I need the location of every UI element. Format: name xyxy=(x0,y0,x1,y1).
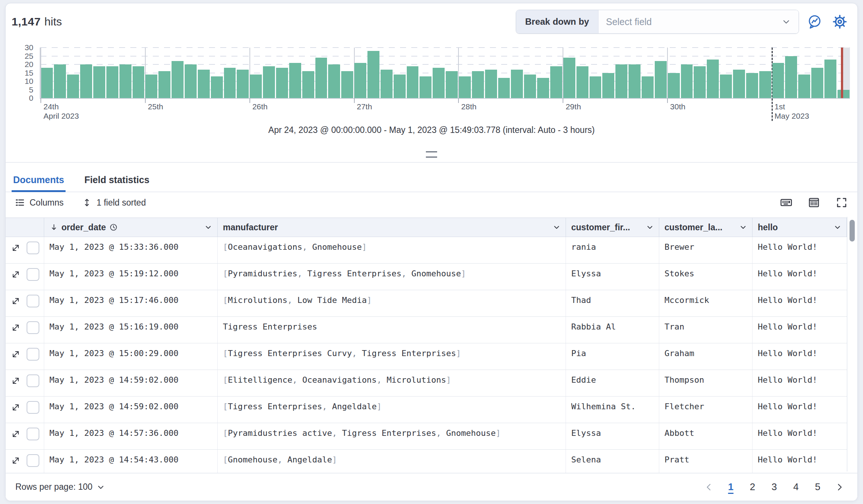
histogram-bar xyxy=(498,78,510,98)
histogram-bar xyxy=(172,61,184,98)
histogram-bar xyxy=(381,70,393,98)
cell-customer-first: Pia xyxy=(566,343,659,370)
page-button-4[interactable]: 4 xyxy=(788,479,804,495)
histogram-bar xyxy=(289,63,301,98)
column-header-customer_last[interactable]: customer_la... xyxy=(659,218,753,237)
expand-icon xyxy=(11,429,21,439)
row-checkbox[interactable] xyxy=(27,268,39,281)
columns-label: Columns xyxy=(30,198,64,208)
breakdown-label: Break down by xyxy=(516,10,599,33)
cell-manufacturer: [Oceanavigations, Gnomehouse] xyxy=(218,237,566,263)
view-tabs: Documents Field statistics xyxy=(6,163,857,192)
column-header-customer_first[interactable]: customer_fir... xyxy=(566,218,659,237)
chevron-right-icon xyxy=(835,482,844,492)
histogram-bar xyxy=(354,63,366,98)
next-page-button[interactable] xyxy=(831,479,848,495)
hits-count: 1,147hits xyxy=(12,15,62,28)
column-label: manufacturer xyxy=(223,222,278,233)
cell-hello: Hello World! xyxy=(753,317,847,343)
histogram-bar xyxy=(41,68,53,98)
expand-document-button[interactable] xyxy=(11,376,21,387)
row-checkbox[interactable] xyxy=(27,374,39,387)
display-options-button[interactable] xyxy=(806,195,822,210)
row-controls-cell xyxy=(6,264,44,290)
histogram-bar xyxy=(302,71,314,98)
x-axis-tick xyxy=(249,98,250,103)
expand-document-button[interactable] xyxy=(11,243,21,254)
page-number-list: 12345 xyxy=(723,479,826,495)
cell-customer-last: Brewer xyxy=(659,237,753,263)
x-axis-tick xyxy=(667,98,668,103)
expand-icon xyxy=(11,349,21,359)
table-row: May 1, 2023 @ 15:33:36.000[Oceanavigatio… xyxy=(6,237,857,264)
table-header-row: order_datemanufacturercustomer_fir...cus… xyxy=(6,218,857,237)
y-axis-label: 10 xyxy=(12,76,33,86)
histogram-plot[interactable]: 24thApril 202325th26th27th28th29th30th1s… xyxy=(40,48,850,99)
x-axis-tick xyxy=(145,98,146,103)
expand-document-button[interactable] xyxy=(11,456,21,467)
histogram-section: 1,147hits Break down by Select field xyxy=(6,3,857,163)
column-header-manufacturer[interactable]: manufacturer xyxy=(218,218,566,237)
cell-manufacturer: Tigress Enterprises xyxy=(218,317,566,343)
histogram-bar xyxy=(524,75,536,98)
row-checkbox[interactable] xyxy=(27,321,39,334)
column-header-hello[interactable]: hello xyxy=(753,218,847,237)
row-checkbox[interactable] xyxy=(27,348,39,361)
row-checkbox[interactable] xyxy=(27,295,39,307)
expand-document-button[interactable] xyxy=(11,296,21,307)
scrollbar-thumb[interactable] xyxy=(850,220,855,242)
histogram-bar xyxy=(250,75,262,98)
previous-page-button[interactable] xyxy=(701,479,717,495)
gear-icon xyxy=(832,14,848,30)
y-axis-label: 25 xyxy=(12,51,33,61)
expand-document-button[interactable] xyxy=(11,323,21,334)
expand-document-button[interactable] xyxy=(11,429,21,440)
page-button-2[interactable]: 2 xyxy=(744,479,761,495)
cell-customer-last: Fletcher xyxy=(659,397,753,423)
histogram-bars xyxy=(40,48,850,98)
expand-document-button[interactable] xyxy=(11,270,21,280)
histogram-bar xyxy=(394,75,406,98)
histogram-bar xyxy=(407,66,419,98)
cell-customer-last: Pratt xyxy=(659,450,753,476)
cell-order-date: May 1, 2023 @ 15:16:19.000 xyxy=(44,317,218,343)
tab-field-statistics[interactable]: Field statistics xyxy=(83,168,151,192)
fullscreen-button[interactable] xyxy=(833,195,850,210)
histogram-bar xyxy=(629,64,641,98)
row-checkbox[interactable] xyxy=(27,428,39,440)
breakdown-select[interactable]: Select field xyxy=(599,10,799,33)
chart-options-button[interactable] xyxy=(830,12,850,32)
hits-label: hits xyxy=(45,15,62,28)
keyboard-shortcuts-button[interactable] xyxy=(778,195,794,210)
row-checkbox[interactable] xyxy=(27,401,39,414)
cell-manufacturer: [Pyramidustries, Tigress Enterprises, Gn… xyxy=(218,264,566,290)
page-button-5[interactable]: 5 xyxy=(809,479,826,495)
x-axis-tick xyxy=(563,98,563,103)
histogram-bar xyxy=(602,73,614,98)
page-button-1[interactable]: 1 xyxy=(723,479,739,495)
expand-document-button[interactable] xyxy=(11,403,21,413)
expand-document-button[interactable] xyxy=(11,349,21,360)
y-axis-label: 15 xyxy=(12,68,33,78)
columns-button[interactable]: Columns xyxy=(15,197,64,208)
histogram-bar xyxy=(67,75,79,98)
histogram-bar xyxy=(824,60,836,98)
edit-visualization-button[interactable] xyxy=(804,12,824,32)
cell-hello: Hello World! xyxy=(753,397,847,423)
row-controls-cell xyxy=(6,397,44,423)
rows-per-page-button[interactable]: Rows per page: 100 xyxy=(15,482,105,492)
panel-resize-handle[interactable] xyxy=(426,151,437,158)
page-button-3[interactable]: 3 xyxy=(766,479,782,495)
x-axis-label: 30th xyxy=(670,102,685,111)
histogram-bar xyxy=(106,66,118,98)
histogram-bar xyxy=(838,90,850,98)
sort-fields-button[interactable]: 1 field sorted xyxy=(82,197,146,208)
row-checkbox[interactable] xyxy=(27,242,39,254)
histogram-bar xyxy=(759,71,771,98)
histogram-bar xyxy=(772,63,784,98)
tab-documents[interactable]: Documents xyxy=(12,168,66,192)
documents-table: order_datemanufacturercustomer_fir...cus… xyxy=(6,218,857,476)
grid-toolbar: Columns 1 field sorted xyxy=(6,192,857,213)
row-checkbox[interactable] xyxy=(27,454,39,467)
column-header-order_date[interactable]: order_date xyxy=(44,218,218,237)
